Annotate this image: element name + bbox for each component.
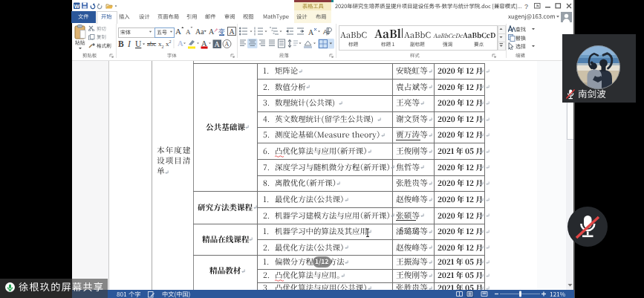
svg-text:A: A: [308, 28, 314, 36]
svg-text:W: W: [74, 2, 80, 9]
svg-text:A: A: [201, 39, 207, 48]
svg-text:A: A: [175, 27, 181, 36]
svg-text:A: A: [230, 27, 235, 36]
svg-text:U: U: [135, 39, 142, 48]
svg-text:2: 2: [169, 39, 172, 44]
svg-text:?: ?: [524, 3, 528, 10]
svg-text:A: A: [215, 40, 221, 48]
svg-text:A: A: [225, 41, 230, 48]
svg-text:A: A: [209, 27, 215, 36]
svg-text:abc: abc: [147, 40, 157, 48]
svg-text:A: A: [178, 39, 183, 48]
svg-text:A: A: [186, 28, 191, 36]
svg-text:2: 2: [162, 45, 164, 49]
svg-text:变: 变: [218, 28, 225, 36]
svg-text:B: B: [118, 39, 124, 48]
svg-text:Aa: Aa: [195, 27, 204, 36]
svg-text:I: I: [127, 39, 131, 48]
